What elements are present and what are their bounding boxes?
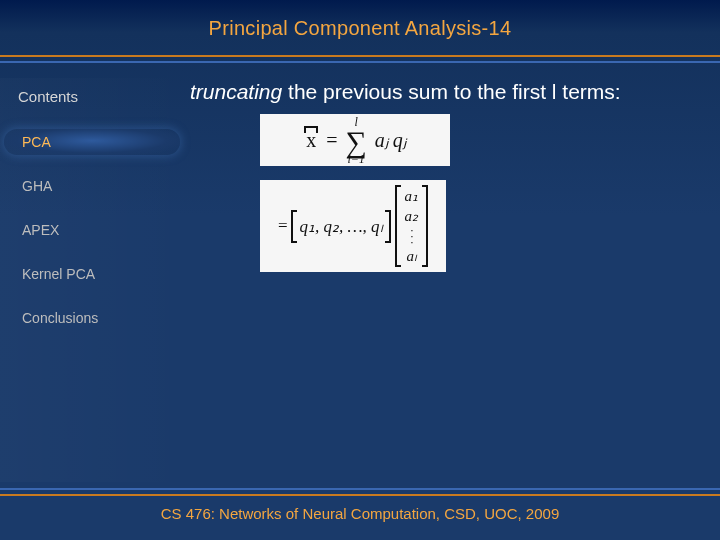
eq1-equals: = bbox=[326, 129, 337, 152]
equations: x = l ∑ i=1 aⱼ qⱼ = q₁, q₂, …, qₗ bbox=[190, 114, 694, 272]
sigma-symbol: ∑ bbox=[345, 128, 366, 155]
sigma-icon: l ∑ i=1 bbox=[345, 116, 366, 165]
eq1-rhs: aⱼ qⱼ bbox=[375, 128, 406, 152]
a-entry: a₁ bbox=[405, 187, 419, 205]
footer-text: CS 476: Networks of Neural Computation, … bbox=[0, 505, 720, 522]
sidebar: Contents PCA GHA APEX Kernel PCA Conclus… bbox=[0, 78, 190, 482]
sidebar-item-label: GHA bbox=[22, 178, 52, 194]
divider-orange-bottom bbox=[0, 494, 720, 496]
bracket-right-icon bbox=[385, 210, 391, 243]
slide: Principal Component Analysis-14 Contents… bbox=[0, 0, 720, 540]
equation-sum: x = l ∑ i=1 aⱼ qⱼ bbox=[260, 114, 450, 166]
sidebar-item-label: APEX bbox=[22, 222, 59, 238]
lead-rest: the previous sum to the first l terms: bbox=[282, 80, 620, 103]
sidebar-item-pca[interactable]: PCA bbox=[0, 129, 190, 155]
q-list: q₁, q₂, …, qₗ bbox=[297, 210, 384, 243]
eq1-lhs-xhat: x bbox=[304, 129, 318, 152]
sigma-bottom: i=1 bbox=[347, 153, 364, 165]
q-row-vector: q₁, q₂, …, qₗ bbox=[291, 210, 390, 243]
content-area: truncating the previous sum to the first… bbox=[190, 78, 720, 482]
lead-sentence: truncating the previous sum to the first… bbox=[190, 80, 694, 104]
sidebar-item-apex[interactable]: APEX bbox=[0, 217, 190, 243]
a-column-vector: a₁ a₂ ··· aₗ bbox=[395, 185, 429, 267]
divider-orange-top bbox=[0, 55, 720, 57]
sidebar-item-conclusions[interactable]: Conclusions bbox=[0, 305, 190, 331]
slide-title: Principal Component Analysis-14 bbox=[0, 0, 720, 56]
sidebar-item-label: Conclusions bbox=[22, 310, 98, 326]
sidebar-item-kernel-pca[interactable]: Kernel PCA bbox=[0, 261, 190, 287]
divider-blue-top bbox=[0, 61, 720, 63]
equation-matrix: = q₁, q₂, …, qₗ a₁ a₂ ··· aₗ bbox=[260, 180, 446, 272]
sidebar-item-gha[interactable]: GHA bbox=[0, 173, 190, 199]
bracket-right-icon bbox=[422, 185, 428, 267]
eq1-lhs-x: x bbox=[306, 129, 316, 151]
equation-matrix-row: = q₁, q₂, …, qₗ a₁ a₂ ··· aₗ bbox=[260, 180, 694, 272]
sidebar-item-label: Kernel PCA bbox=[22, 266, 95, 282]
sidebar-item-label: PCA bbox=[22, 134, 51, 150]
a-entry: aₗ bbox=[407, 247, 417, 265]
vdots-icon: ··· bbox=[410, 227, 412, 245]
sidebar-heading: Contents bbox=[18, 88, 190, 105]
eq2-equals: = bbox=[278, 216, 288, 236]
lead-italic-word: truncating bbox=[190, 80, 282, 103]
a-column-entries: a₁ a₂ ··· aₗ bbox=[401, 185, 423, 267]
divider-blue-bottom bbox=[0, 488, 720, 490]
